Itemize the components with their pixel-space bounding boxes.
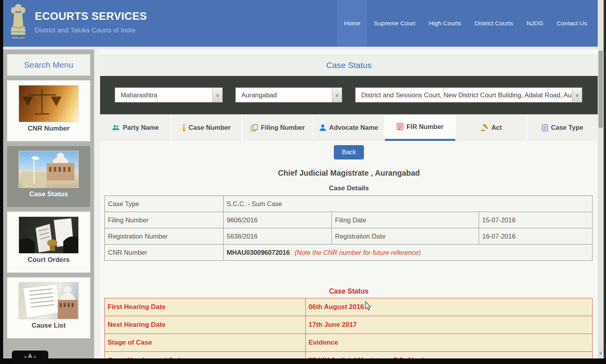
fir-form-icon [397,123,403,130]
emblem-caption: सत्यमेव जयते [11,36,25,39]
info-icon [182,124,186,131]
nav-contact-us[interactable]: Contact Us [550,0,594,47]
search-tabs: Party Name Case Number Filing Number [100,114,598,141]
top-nav: Home Supreme Court High Courts District … [337,0,594,47]
back-button[interactable]: Back [334,145,364,159]
tab-advocate-name[interactable]: Advocate Name [314,114,384,141]
cause-list-image [19,282,79,319]
nav-njdg[interactable]: NJDG [520,0,550,47]
state-select[interactable]: Maharashtra ∨ [115,87,223,102]
nav-district-courts[interactable]: District Courts [468,0,520,47]
table-row: Case Type S.C.C. - Sum Case [105,196,593,212]
cnr-number-label: CNR Number [105,245,223,261]
nav-home[interactable]: Home [337,0,367,47]
search-menu-heading: Search Menu [7,54,90,76]
person-icon [320,124,326,131]
results-content: Back Chief Judicial Magistrate , Auranga… [100,141,598,364]
video-right-edge [604,0,606,364]
sidebar-item-label: Case Status [29,190,68,198]
filing-number-label: Filing Number [105,212,223,228]
table-row: Next Hearing Date 17th June 2017 [105,316,593,334]
court-orders-image [19,216,79,254]
site-title: ECOURTS SERVICES [35,10,147,23]
sidebar-item-label: Court Orders [28,256,70,264]
stage-of-case-label: Stage of Case [105,334,306,352]
page-title-bar: Case Status [100,54,598,76]
search-menu-sidebar: Search Menu CNR Number [3,49,94,364]
case-status-image [19,151,79,188]
gavel-icon [481,124,488,131]
header-separator [3,47,598,49]
pages-icon [251,124,258,131]
chevron-down-icon: ∨ [332,88,342,102]
cnr-number-image [19,85,79,122]
sidebar-item-label: CNR Number [28,125,70,133]
stage-of-case-value: Evidence [306,334,593,352]
tab-case-number[interactable]: Case Number [171,114,242,141]
sidebar-item-cnr-number[interactable]: CNR Number [7,80,90,141]
court-complex-select[interactable]: District and Sessions Court, New Distric… [355,87,582,102]
table-row: Filing Number 9606/2016 Filing Date 15-0… [105,212,593,228]
cnr-note: (Note the CNR number for future referenc… [290,249,421,256]
nav-supreme-court[interactable]: Supreme Court [367,0,422,47]
tab-act[interactable]: Act [456,114,526,141]
chevron-down-icon: ∨ [572,88,582,102]
table-row: Stage of Case Evidence [105,334,593,352]
first-hearing-date-label: First Hearing Date [105,298,306,316]
chevron-down-icon: ∨ [212,88,222,102]
nav-high-courts[interactable]: High Courts [422,0,468,47]
registration-number-label: Registration Number [105,228,223,245]
registration-date-label: Registration Date [332,228,479,245]
tab-filing-number[interactable]: Filing Number [242,114,313,141]
site-subtitle: District and Taluka Courts of India [35,27,147,34]
case-details-table: Case Type S.C.C. - Sum Case Filing Numbe… [104,195,593,261]
main-panel: Case Status Maharashtra ∨ Aurangabad ∨ D… [100,49,598,364]
filter-band: Maharashtra ∨ Aurangabad ∨ District and … [100,76,598,114]
first-hearing-date-value: 06th August 2016 [306,298,593,316]
player-control-icon [23,352,37,358]
next-hearing-date-value: 17th June 2017 [306,316,593,334]
people-icon [112,125,120,131]
filing-date-value: 15-07-2016 [479,212,593,228]
table-row: CNR Number MHAU030096072016(Note the CNR… [105,245,593,261]
video-left-edge [0,0,3,364]
header: सत्यमेव जयते ECOURTS SERVICES District a… [3,0,598,47]
cnr-number-value: MHAU030096072016(Note the CNR number for… [223,245,593,261]
scrollbar-down-arrow[interactable]: ∨ [598,350,604,358]
case-type-value: S.C.C. - Sum Case [223,196,593,212]
tab-party-name[interactable]: Party Name [100,114,170,141]
case-type-label: Case Type [105,196,223,212]
ecourts-case-status-page: सत्यमेव जयते ECOURTS SERVICES District a… [0,0,606,364]
player-control[interactable] [12,351,48,364]
court-heading: Chief Judicial Magistrate , Aurangabad [100,169,598,178]
page-title: Case Status [326,61,371,70]
tab-fir-number[interactable]: FIR Number [385,114,455,141]
filing-number-value: 9606/2016 [223,212,332,228]
district-select[interactable]: Aurangabad ∨ [235,87,342,102]
tab-case-type[interactable]: Case Type [527,114,598,141]
registration-date-value: 16-07-2016 [479,228,593,245]
table-row: Registration Number 5638/2016 Registrati… [105,228,593,245]
india-emblem-logo: सत्यमेव जयते [6,2,30,42]
case-status-section-title: Case Status [100,287,598,296]
table-row: First Hearing Date 06th August 2016 [105,298,593,316]
sidebar-item-court-orders[interactable]: Court Orders [7,212,90,273]
sidebar-item-label: Cause List [32,322,66,330]
document-icon [542,124,548,131]
sidebar-item-cause-list[interactable]: Cause List [7,277,90,338]
sidebar-item-case-status[interactable]: Case Status [7,146,90,207]
registration-number-value: 5638/2016 [223,228,332,245]
video-bottom-bar [0,358,606,364]
filing-date-label: Filing Date [332,212,479,228]
vertical-scrollbar[interactable]: ∨ [598,0,604,364]
case-status-table: First Hearing Date 06th August 2016 Next… [104,298,593,364]
scrollbar-thumb[interactable] [598,51,603,128]
next-hearing-date-label: Next Hearing Date [105,316,306,334]
case-details-title: Case Details [100,184,598,192]
